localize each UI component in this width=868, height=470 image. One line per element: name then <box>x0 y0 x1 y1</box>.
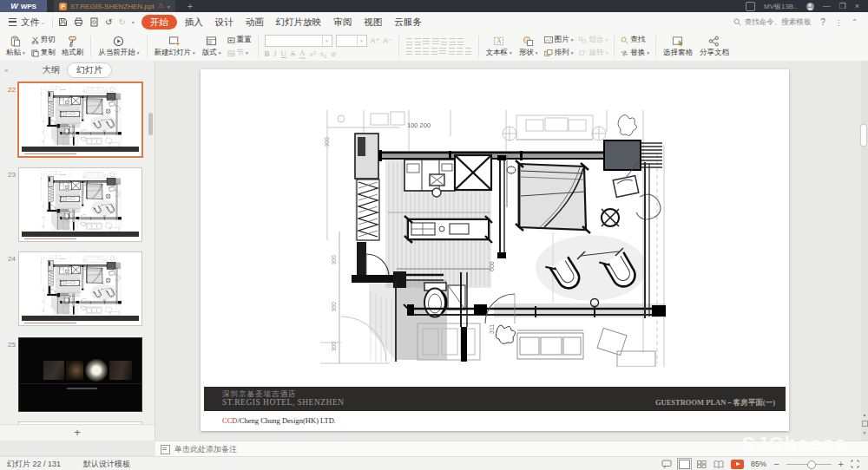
italic-button[interactable]: I <box>274 49 277 58</box>
increase-font-icon[interactable]: A⁺ <box>371 36 380 45</box>
close-button[interactable]: × <box>855 0 859 12</box>
fit-slide-icon[interactable] <box>851 460 859 468</box>
font-size-select[interactable]: ▾ <box>336 35 367 47</box>
undo-icon[interactable]: ↺ <box>105 18 112 27</box>
prev-slide-icon[interactable]: ▲ <box>863 412 867 417</box>
save-icon[interactable] <box>58 17 68 27</box>
share-button[interactable]: 分享文档 <box>696 36 733 58</box>
tab-view[interactable]: 视图 <box>358 15 388 29</box>
zoom-in-button[interactable]: + <box>838 459 844 469</box>
line-spacing-icon[interactable] <box>450 38 456 45</box>
reset-button[interactable]: 重置 <box>227 35 252 45</box>
zoom-out-button[interactable]: − <box>773 459 779 469</box>
picture-button[interactable]: 图片▾ <box>544 35 574 45</box>
slideshow-play-button[interactable] <box>731 460 744 469</box>
wps-logo[interactable]: WWPS <box>0 0 47 12</box>
cut-button[interactable]: 剪切 <box>31 35 56 45</box>
slide-thumbnail-23[interactable]: 23 <box>18 167 142 242</box>
new-tab-button[interactable]: + <box>187 1 193 11</box>
justify-icon[interactable] <box>431 48 437 55</box>
sidebar-scrollbar[interactable] <box>148 113 153 135</box>
user-avatar[interactable] <box>806 3 814 10</box>
clear-format-button[interactable]: ⌀ <box>331 49 335 58</box>
distribute-icon[interactable] <box>439 48 446 55</box>
slide-sorter-view-button[interactable] <box>697 460 707 468</box>
normal-view-button[interactable] <box>679 460 690 469</box>
canvas-scrollbar-thumb[interactable] <box>860 124 867 147</box>
design-credit[interactable]: CCD/Cheng Chung Design(HK) LTD. <box>222 416 336 425</box>
font-family-select[interactable]: ▾ <box>265 35 332 47</box>
strikethrough-button[interactable]: S <box>291 49 295 58</box>
shapes-button[interactable]: 形状▾ <box>516 36 542 58</box>
minimize-button[interactable]: — <box>823 0 831 12</box>
tab-design[interactable]: 设计 <box>209 15 240 29</box>
format-painter-button[interactable]: 格式刷 <box>58 36 88 58</box>
align-top-icon[interactable] <box>449 48 455 55</box>
tab-home[interactable]: 开始 <box>141 15 177 29</box>
slide-thumbnail-24[interactable]: 24 <box>18 251 142 326</box>
layout-button[interactable]: 版式▾ <box>199 36 225 58</box>
bullets-icon[interactable] <box>406 38 412 45</box>
selection-pane-button[interactable]: 选择窗格 <box>660 36 696 58</box>
templates-icon[interactable] <box>746 2 755 11</box>
redo-icon[interactable]: ↻ <box>118 18 125 27</box>
warning-icon[interactable]: ⚠ <box>157 3 163 10</box>
align-middle-icon[interactable] <box>457 48 463 55</box>
zoom-slider-knob[interactable] <box>807 460 816 469</box>
group-button[interactable]: 组合▾ <box>578 35 608 45</box>
tab-animation[interactable]: 动画 <box>240 15 270 29</box>
bold-button[interactable]: B <box>265 49 270 58</box>
help-icon[interactable]: ? <box>820 17 825 27</box>
slide-thumbnail-25[interactable]: 25 <box>18 337 142 412</box>
zoom-slider[interactable] <box>786 464 832 465</box>
section-button[interactable]: 节▾ <box>227 48 252 58</box>
file-menu-caret[interactable]: ⌄ <box>41 19 45 25</box>
find-button[interactable]: 查找 <box>621 35 649 45</box>
superscript-button[interactable]: x² <box>310 49 316 58</box>
more-icon[interactable]: ⋮ <box>835 18 843 27</box>
next-slide-icon[interactable]: ▼ <box>863 430 867 435</box>
add-slide-button[interactable]: + <box>0 424 155 441</box>
slide-22[interactable]: 深圳京基圣瑞吉酒店 ST.REGIS HOTEL, SHENZHEN GUEST… <box>201 69 789 431</box>
tab-review[interactable]: 审阅 <box>327 15 358 29</box>
columns-icon[interactable] <box>457 38 464 45</box>
quick-access-caret-icon[interactable]: ▾ <box>132 19 135 25</box>
nav-box-icon[interactable] <box>862 421 868 427</box>
collapse-panel-icon[interactable]: « <box>4 67 8 75</box>
new-slide-button[interactable]: 新建幻灯片▾ <box>151 36 199 58</box>
slide-thumbnail-22[interactable]: 22 <box>17 82 143 158</box>
username[interactable]: MV银13B.. <box>764 2 798 11</box>
print-preview-icon[interactable] <box>89 17 99 27</box>
design-template-label[interactable]: 默认设计模板 <box>83 459 130 470</box>
numbering-icon[interactable] <box>415 38 421 45</box>
rotate-button[interactable]: 旋转▾ <box>578 48 608 58</box>
canvas-scrollbar[interactable] <box>861 61 868 441</box>
align-right-icon[interactable] <box>423 48 429 55</box>
paste-button[interactable]: 粘贴▾ <box>3 36 29 58</box>
tab-outline[interactable]: 大纲 <box>43 64 60 76</box>
command-search[interactable]: 查找命令、搜索模板 <box>733 17 812 28</box>
font-color-button[interactable]: A <box>299 49 306 59</box>
increase-indent-icon[interactable] <box>432 38 439 45</box>
restore-button[interactable]: ❐ <box>839 0 846 12</box>
underline-button[interactable]: U <box>281 49 287 58</box>
play-from-current-button[interactable]: 从当前开始▾ <box>95 36 142 58</box>
align-center-icon[interactable] <box>415 48 421 55</box>
tab-insert[interactable]: 插入 <box>179 15 209 29</box>
tab-cloud[interactable]: 云服务 <box>388 15 428 29</box>
comment-icon[interactable] <box>661 460 672 468</box>
align-bottom-icon[interactable] <box>465 48 471 55</box>
textbox-button[interactable]: A 文本框▾ <box>483 36 516 58</box>
replace-button[interactable]: 替换▾ <box>621 48 649 58</box>
align-left-icon[interactable] <box>406 48 412 55</box>
tab-caret-icon[interactable]: ▾ <box>168 3 170 10</box>
zoom-percent[interactable]: 85% <box>751 460 766 468</box>
arrange-button[interactable]: 排列▾ <box>544 48 574 58</box>
copy-button[interactable]: 复制 <box>31 48 56 58</box>
tab-slides[interactable]: 幻灯片 <box>67 62 112 78</box>
slide-footer-band[interactable]: 深圳京基圣瑞吉酒店 ST.REGIS HOTEL, SHENZHEN GUEST… <box>204 387 786 411</box>
print-icon[interactable] <box>74 17 83 27</box>
collapse-ribbon-icon[interactable]: ⌃ <box>852 18 858 26</box>
decrease-indent-icon[interactable] <box>423 38 430 45</box>
decrease-font-icon[interactable]: A⁻ <box>383 36 392 45</box>
